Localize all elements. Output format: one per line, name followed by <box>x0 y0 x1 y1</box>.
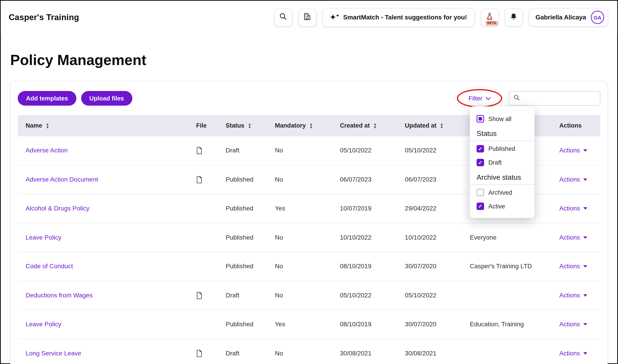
table-row: Leave Policy Published Yes 08/10/2019 30… <box>18 310 600 339</box>
document-icon[interactable] <box>196 291 218 299</box>
document-icon[interactable] <box>196 147 218 155</box>
column-header-updated-at[interactable]: Updated at ▲▼ <box>397 122 462 129</box>
user-name: Gabriella Alicaya <box>536 14 586 21</box>
checkbox-published[interactable] <box>476 145 484 152</box>
updated-at-cell: 30/08/2021 <box>397 350 462 357</box>
policy-name-link[interactable]: Code of Conduct <box>18 263 189 270</box>
filter-option-archived[interactable]: Archived <box>470 186 534 199</box>
updated-at-cell: 06/07/2023 <box>397 176 462 183</box>
document-icon[interactable] <box>196 349 218 357</box>
profile-menu[interactable]: Gabriella Alicaya GA <box>529 8 608 26</box>
policy-name-link[interactable]: Long Service Leave <box>18 350 189 357</box>
file-cell <box>188 147 218 155</box>
smartmatch-button[interactable]: ✦✦ SmartMatch - Talent suggestions for y… <box>322 8 475 27</box>
sort-icon[interactable]: ▲▼ <box>440 123 444 129</box>
file-cell <box>188 205 218 212</box>
actions-dropdown-button[interactable]: Actions <box>559 205 588 212</box>
mandatory-cell: No <box>267 263 332 270</box>
mandatory-cell: No <box>267 292 332 299</box>
toolbar: Add templates Upload files Filter <box>18 91 600 106</box>
filter-button[interactable]: Filter <box>460 91 499 106</box>
search-button[interactable] <box>274 9 292 26</box>
sort-icon[interactable]: ▲▼ <box>309 123 313 129</box>
add-templates-button[interactable]: Add templates <box>18 91 77 106</box>
filter-option-draft[interactable]: Draft <box>470 156 534 169</box>
sort-icon[interactable]: ▲▼ <box>248 123 251 129</box>
status-cell: Published <box>218 321 267 328</box>
page-title: Policy Management <box>10 52 617 68</box>
column-header-status[interactable]: Status ▲▼ <box>218 122 267 129</box>
policy-name-link[interactable]: Deductions from Wages <box>18 292 189 299</box>
created-at-cell: 05/10/2022 <box>332 292 397 299</box>
labs-button[interactable]: BETA <box>481 9 499 26</box>
mandatory-cell: Yes <box>267 321 332 328</box>
file-cell <box>188 291 218 299</box>
column-header-created-at[interactable]: Created at ▲▼ <box>332 122 397 129</box>
actions-cell: Actions <box>551 205 600 212</box>
actions-dropdown-button[interactable]: Actions <box>559 147 588 154</box>
assigned-cell: Casper's Training LTD <box>462 263 551 270</box>
actions-dropdown-button[interactable]: Actions <box>559 234 588 241</box>
divider <box>470 141 534 141</box>
actions-cell: Actions <box>551 321 600 328</box>
policy-name-link[interactable]: Adverse Action <box>18 147 189 154</box>
document-icon[interactable] <box>196 176 218 183</box>
filter-option-published[interactable]: Published <box>470 142 534 156</box>
status-cell: Published <box>218 205 267 212</box>
created-at-cell: 08/10/2019 <box>332 321 397 328</box>
actions-cell: Actions <box>551 263 600 270</box>
created-at-cell: 10/10/2022 <box>332 234 397 241</box>
notifications-button[interactable] <box>505 9 523 26</box>
caret-down-icon <box>583 323 587 325</box>
sort-icon[interactable]: ▲▼ <box>46 123 50 129</box>
actions-dropdown-button[interactable]: Actions <box>559 176 588 183</box>
bell-icon <box>509 12 518 22</box>
filter-button-wrap: Filter <box>460 91 499 106</box>
created-at-cell: 05/10/2022 <box>332 147 397 154</box>
checkbox-show-all[interactable] <box>476 115 484 123</box>
brand-title[interactable]: Casper's Training <box>9 13 79 22</box>
caret-down-icon <box>583 352 587 354</box>
beta-badge: BETA <box>486 21 498 26</box>
policy-card: Add templates Upload files Filter <box>10 81 608 364</box>
checkbox-draft[interactable] <box>476 159 484 166</box>
caret-down-icon <box>583 178 587 181</box>
filter-section-title-status: Status <box>470 126 534 141</box>
upload-files-button[interactable]: Upload files <box>81 91 132 106</box>
actions-dropdown-button[interactable]: Actions <box>559 350 588 357</box>
mandatory-cell: No <box>267 147 332 154</box>
mandatory-cell: No <box>267 176 332 183</box>
checkbox-archived[interactable] <box>476 189 484 196</box>
policy-name-link[interactable]: Adverse Action Document <box>18 176 189 183</box>
file-cell <box>188 349 218 357</box>
table-row: Deductions from Wages Draft No 05/10/202… <box>18 281 600 310</box>
status-cell: Draft <box>218 292 267 299</box>
search-icon <box>513 94 520 103</box>
status-cell: Published <box>218 234 267 241</box>
created-at-cell: 06/07/2023 <box>332 176 397 183</box>
column-header-mandatory[interactable]: Mandatory ▲▼ <box>267 122 332 129</box>
mandatory-cell: No <box>267 234 332 241</box>
policy-name-link[interactable]: Leave Policy <box>18 234 189 241</box>
updated-at-cell: 29/04/2022 <box>397 205 462 212</box>
updated-at-cell: 30/07/2020 <box>397 263 462 270</box>
filter-option-active[interactable]: Active <box>470 199 534 213</box>
policy-name-link[interactable]: Leave Policy <box>18 321 189 328</box>
filter-section-title-archive-status: Archive status <box>470 169 534 184</box>
checkbox-active[interactable] <box>476 203 484 210</box>
updated-at-cell: 10/10/2022 <box>397 234 462 241</box>
filter-option-show-all[interactable]: Show all <box>470 112 534 126</box>
table-row: Leave Policy Published No 10/10/2022 10/… <box>18 223 600 252</box>
topbar-actions: ✦✦ SmartMatch - Talent suggestions for y… <box>274 8 608 27</box>
organisation-button[interactable] <box>298 9 316 26</box>
file-cell <box>188 263 218 271</box>
column-header-name[interactable]: Name ▲▼ <box>18 122 189 129</box>
actions-cell: Actions <box>551 176 600 183</box>
table-search <box>509 91 600 106</box>
actions-dropdown-button[interactable]: Actions <box>559 292 588 299</box>
actions-dropdown-button[interactable]: Actions <box>559 263 588 270</box>
sort-icon[interactable]: ▲▼ <box>373 123 377 129</box>
policy-name-link[interactable]: Alcohol & Drugs Policy <box>18 205 189 212</box>
search-input[interactable] <box>523 94 596 102</box>
actions-dropdown-button[interactable]: Actions <box>559 321 588 328</box>
